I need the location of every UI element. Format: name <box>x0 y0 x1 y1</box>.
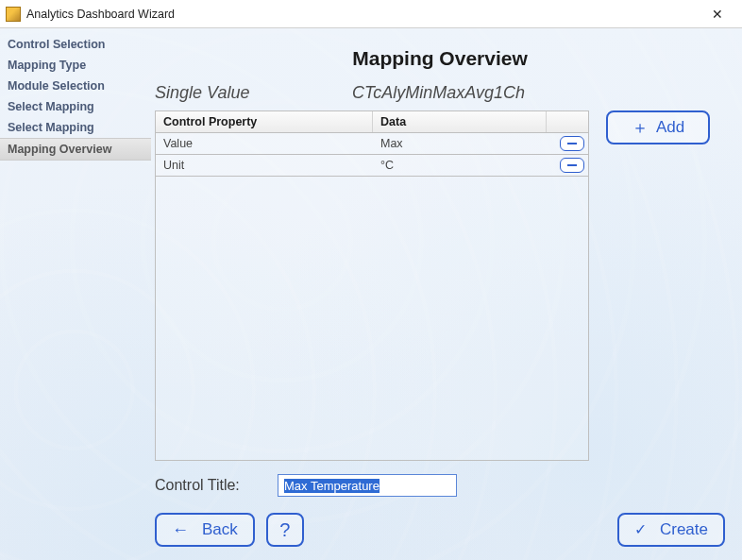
table-row[interactable]: Value Max <box>156 133 588 155</box>
step-module-selection[interactable]: Module Selection <box>0 76 151 96</box>
app-icon <box>6 7 21 22</box>
cell-property: Value <box>156 134 373 153</box>
table-empty-area <box>156 177 588 460</box>
table-row[interactable]: Unit °C <box>156 155 588 177</box>
step-select-mapping-1[interactable]: Select Mapping <box>0 96 151 117</box>
cell-data: Max <box>373 134 547 153</box>
minus-icon <box>567 164 577 166</box>
control-title-input[interactable] <box>278 474 457 497</box>
cell-data: °C <box>373 156 547 175</box>
mapping-table: Control Property Data Value Max Unit °C <box>155 110 589 461</box>
help-button[interactable]: ? <box>266 513 304 547</box>
close-icon: ✕ <box>712 7 723 22</box>
back-button-label: Back <box>202 520 238 539</box>
add-button-label: Add <box>656 118 684 137</box>
header-data[interactable]: Data <box>373 111 547 132</box>
step-mapping-overview[interactable]: Mapping Overview <box>0 138 151 161</box>
back-button[interactable]: Back <box>155 513 255 547</box>
cell-property: Unit <box>156 156 373 175</box>
check-icon <box>634 520 652 539</box>
titlebar: Analytics Dashboard Wizard ✕ <box>0 0 742 28</box>
header-control-property[interactable]: Control Property <box>156 111 373 132</box>
plus-icon: ＋ <box>632 116 649 139</box>
remove-row-button[interactable] <box>560 136 584 151</box>
step-select-mapping-2[interactable]: Select Mapping <box>0 117 151 138</box>
create-button-label: Create <box>660 520 708 539</box>
control-title-label: Control Title: <box>155 477 259 494</box>
step-mapping-type[interactable]: Mapping Type <box>0 55 151 76</box>
arrow-left-icon <box>172 520 194 540</box>
content-pane: Mapping Overview Single Value CTcAlyMinM… <box>151 28 742 560</box>
wizard-steps-sidebar: Control Selection Mapping Type Module Se… <box>0 28 151 560</box>
header-actions <box>547 111 588 132</box>
help-icon: ? <box>279 519 290 541</box>
page-title: Mapping Overview <box>155 47 725 70</box>
step-control-selection[interactable]: Control Selection <box>0 34 151 55</box>
window-title: Analytics Dashboard Wizard <box>26 8 175 21</box>
control-title-row: Control Title: <box>155 474 725 497</box>
minus-icon <box>567 143 577 144</box>
remove-row-button[interactable] <box>560 158 584 173</box>
table-header: Control Property Data <box>156 111 588 133</box>
create-button[interactable]: Create <box>617 513 725 547</box>
control-kind-label: Single Value <box>155 83 329 103</box>
module-type-label: CTcAlyMinMaxAvg1Ch <box>352 83 525 103</box>
subheading-row: Single Value CTcAlyMinMaxAvg1Ch <box>155 83 725 103</box>
footer: Back ? Create <box>155 498 725 547</box>
close-button[interactable]: ✕ <box>700 4 734 25</box>
add-button[interactable]: ＋ Add <box>606 110 710 144</box>
client-area: Control Selection Mapping Type Module Se… <box>0 28 742 560</box>
